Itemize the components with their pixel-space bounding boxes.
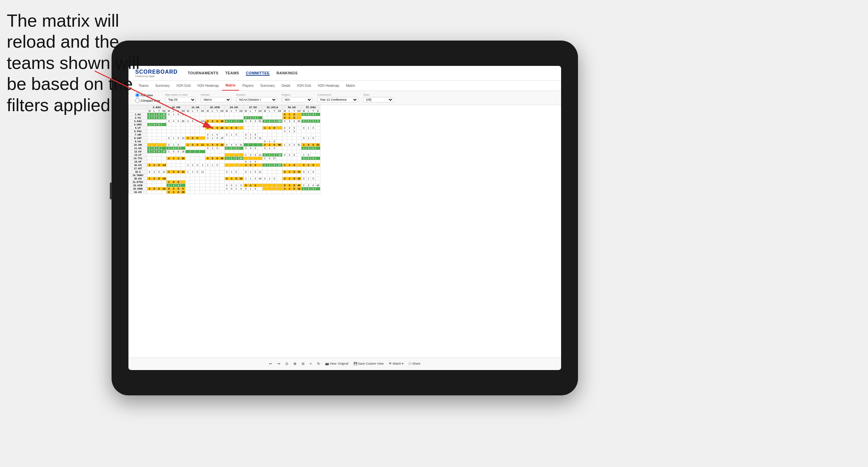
tab-matrix[interactable]: Matrix xyxy=(222,81,239,91)
zoom-out-button[interactable]: ⊖ xyxy=(302,362,305,366)
cell-t xyxy=(272,184,277,187)
matrix-area[interactable]: 3. ASU 10. UW 11. UA 22. UCB 24. UO 27. … xyxy=(128,105,561,358)
reload-button[interactable]: ⊙ xyxy=(285,362,288,366)
cell-l: 2 xyxy=(287,126,292,130)
tab-h2h-grid[interactable]: H2H Grid xyxy=(173,81,194,91)
matrix-table: 3. ASU 10. UW 11. UA 22. UCB 24. UO 27. … xyxy=(128,105,320,194)
cell-l xyxy=(306,140,311,143)
row-team-label: 14. TTU xyxy=(129,157,147,160)
cell-dif xyxy=(200,126,206,130)
tab-p-summary[interactable]: Summary xyxy=(257,81,278,91)
add-button[interactable]: + xyxy=(310,362,312,366)
cell-t: 0 xyxy=(234,170,239,174)
redo-button[interactable]: ↪ xyxy=(277,362,280,366)
cell-t xyxy=(176,133,181,137)
cell-dif xyxy=(258,130,262,133)
cell-dif xyxy=(316,133,320,137)
cell-w xyxy=(147,157,152,160)
cell-dif: 26 xyxy=(239,157,243,160)
cell-w: 0 xyxy=(224,177,229,180)
cell-l: 0 xyxy=(152,187,157,191)
cell-t xyxy=(215,174,220,177)
cell-l: 1 xyxy=(248,177,253,180)
row-team-label: 4. UNC xyxy=(129,123,147,126)
region-select[interactable]: N/A xyxy=(282,97,312,102)
refresh-button[interactable]: ↻ xyxy=(317,362,320,366)
tab-p-h2h-heatmap[interactable]: H2H Heatmap xyxy=(314,81,342,91)
cell-w xyxy=(302,191,306,194)
cell-w xyxy=(302,123,306,126)
watch-button[interactable]: 👁 Watch ▾ xyxy=(389,362,404,365)
cell-w: 0 xyxy=(243,184,248,187)
tab-detail[interactable]: Detail xyxy=(278,81,294,91)
cell-l xyxy=(306,116,311,120)
team-select[interactable]: (All) xyxy=(363,97,393,102)
cell-w xyxy=(147,191,152,194)
cell-l: 1 xyxy=(248,137,253,140)
cell-w: 1 xyxy=(263,164,267,167)
gender-filter: Gender Men's xyxy=(201,93,231,102)
cell-dif xyxy=(277,180,283,184)
cell-l xyxy=(248,123,253,126)
cell-t xyxy=(195,157,200,160)
cell-dif xyxy=(239,140,243,143)
save-custom-button[interactable]: 💾 Save Custom View xyxy=(354,362,384,365)
cell-t: 0 xyxy=(195,143,200,147)
sh-l3: L xyxy=(190,109,195,113)
region-label: Region xyxy=(282,93,312,96)
cell-t xyxy=(215,187,220,191)
cell-dif xyxy=(239,133,243,137)
cell-t xyxy=(157,191,162,194)
row-team-label: 18. U xyxy=(129,170,147,174)
cell-l: 0 xyxy=(152,123,157,126)
tab-p-h2h-grid[interactable]: H2H Grid xyxy=(293,81,314,91)
row-team-label: 23. UNM xyxy=(129,187,147,191)
cell-t: 0 xyxy=(253,184,258,187)
cell-dif xyxy=(181,180,186,184)
cell-l: 0 xyxy=(267,157,272,160)
cell-l: 1 xyxy=(190,170,195,174)
cell-dif: 51 xyxy=(296,143,301,147)
gender-select[interactable]: Men's xyxy=(201,97,231,102)
tab-p-matrix[interactable]: Matrix xyxy=(343,81,359,91)
share-button[interactable]: ⬡ Share xyxy=(409,362,420,365)
cell-l xyxy=(287,123,292,126)
cell-t xyxy=(157,120,162,123)
cell-t: 0 xyxy=(176,147,181,150)
cell-dif xyxy=(316,191,320,194)
max-teams-select[interactable]: Top 25 xyxy=(165,97,196,102)
sh-l8: L xyxy=(287,109,292,113)
cell-dif xyxy=(181,164,186,167)
cell-t: 0 xyxy=(234,120,239,123)
cell-dif xyxy=(258,150,262,153)
nav-teams[interactable]: TEAMS xyxy=(225,71,239,76)
cell-t: 0 xyxy=(272,126,277,130)
tab-summary[interactable]: Summary xyxy=(152,81,173,91)
nav-committee[interactable]: COMMITTEE xyxy=(246,71,270,76)
tab-h2h-heatmap[interactable]: H2H Heatmap xyxy=(194,81,222,91)
cell-t xyxy=(272,187,277,191)
view-original-button[interactable]: 📷 View: Original xyxy=(325,362,348,365)
conference-select[interactable]: Pac-12 Conference xyxy=(317,97,358,102)
sh-t8: T xyxy=(292,109,296,113)
cell-l xyxy=(229,164,234,167)
cell-dif xyxy=(316,137,320,140)
cell-w xyxy=(186,116,190,120)
tab-players[interactable]: Players xyxy=(239,81,257,91)
cell-l xyxy=(306,123,311,126)
cell-l xyxy=(267,167,272,170)
nav-tournaments[interactable]: TOURNAMENTS xyxy=(188,71,219,76)
nav-rankings[interactable]: RANKINGS xyxy=(276,71,298,76)
row-team-label: 11. UA xyxy=(129,147,147,150)
cell-w xyxy=(206,130,210,133)
undo-button[interactable]: ↩ xyxy=(269,362,272,366)
cell-l xyxy=(248,113,253,116)
cell-l: 2 xyxy=(306,120,311,123)
cell-dif: -21 xyxy=(162,187,167,191)
division-select[interactable]: NCAA Division I xyxy=(236,97,277,102)
cell-t: 1 xyxy=(176,157,181,160)
cell-t xyxy=(215,167,220,170)
cell-dif: 0 xyxy=(316,120,320,123)
zoom-in-button[interactable]: ⊕ xyxy=(293,362,296,366)
cell-t: 0 xyxy=(157,113,162,116)
